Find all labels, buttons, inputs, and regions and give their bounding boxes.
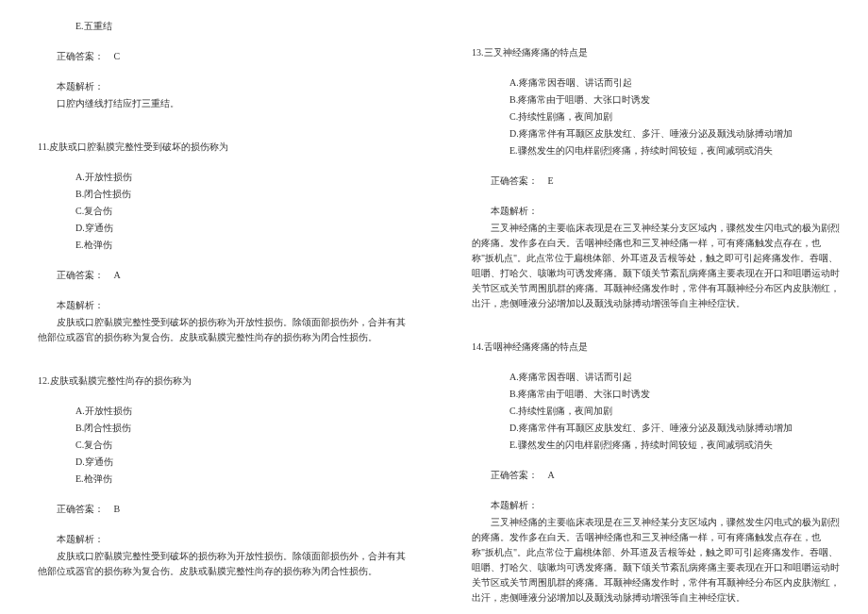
q12-option-c: C.复合伤 — [38, 438, 406, 453]
q14-option-c: C.持续性剧痛，夜间加剧 — [472, 404, 840, 419]
q10-option-e: E.五重结 — [38, 19, 406, 34]
answer-label: 正确答案： — [57, 270, 104, 280]
q14-title: 14.舌咽神经痛疼痛的特点是 — [472, 340, 840, 355]
answer-value: E — [548, 175, 554, 186]
q13-option-e: E.骤然发生的闪电样剧烈疼痛，持续时间较短，夜间减弱或消失 — [472, 143, 840, 158]
q14-explain-label: 本题解析： — [472, 498, 840, 513]
q14-option-d: D.疼痛常伴有耳颞区皮肤发红、多汗、唾液分泌及颞浅动脉搏动增加 — [472, 421, 840, 436]
q12-answer: 正确答案： B — [38, 502, 406, 517]
q11-title: 11.皮肤或口腔黏膜完整性受到破坏的损伤称为 — [38, 140, 406, 155]
q14-answer: 正确答案： A — [472, 468, 840, 483]
right-column: 13.三叉神经痛疼痛的特点是 A.疼痛常因吞咽、讲话而引起 B.疼痛常由于咀嚼、… — [434, 0, 868, 614]
left-column: E.五重结 正确答案： C 本题解析： 口腔内缝线打结应打三重结。 11.皮肤或… — [0, 0, 434, 614]
q13-answer: 正确答案： E — [472, 174, 840, 189]
q12-option-d: D.穿通伤 — [38, 455, 406, 470]
answer-label: 正确答案： — [491, 175, 538, 186]
q13-option-a: A.疼痛常因吞咽、讲话而引起 — [472, 75, 840, 91]
q11-option-e: E.枪弹伤 — [38, 238, 406, 253]
q12-option-a: A.开放性损伤 — [38, 404, 406, 419]
answer-value: A — [548, 470, 555, 480]
q14-option-e: E.骤然发生的闪电样剧烈疼痛，持续时间较短，夜间减弱或消失 — [472, 438, 840, 453]
q14-option-b: B.疼痛常由于咀嚼、大张口时诱发 — [472, 387, 840, 402]
q10-explain: 口腔内缝线打结应打三重结。 — [38, 96, 406, 111]
q13-explain: 三叉神经痛的主要临床表现是在三叉神经某分支区域内，骤然发生闪电式的极为剧烈的疼痛… — [472, 221, 840, 311]
q13-option-d: D.疼痛常伴有耳颞区皮肤发红、多汗、唾液分泌及颞浅动脉搏动增加 — [472, 126, 840, 141]
q10-answer: 正确答案： C — [38, 49, 406, 64]
q11-explain-label: 本题解析： — [38, 298, 406, 313]
answer-value: B — [114, 504, 121, 514]
q11-answer: 正确答案： A — [38, 268, 406, 283]
q13-title: 13.三叉神经痛疼痛的特点是 — [472, 45, 840, 60]
answer-value: A — [114, 270, 121, 280]
document-page: E.五重结 正确答案： C 本题解析： 口腔内缝线打结应打三重结。 11.皮肤或… — [0, 0, 868, 614]
q11-option-d: D.穿通伤 — [38, 221, 406, 236]
q12-explain: 皮肤或口腔黏膜完整性受到破坏的损伤称为开放性损伤。除颌面部损伤外，合并有其他部位… — [38, 549, 406, 579]
q12-option-e: E.枪弹伤 — [38, 472, 406, 487]
q11-explain: 皮肤或口腔黏膜完整性受到破坏的损伤称为开放性损伤。除颌面部损伤外，合并有其他部位… — [38, 315, 406, 345]
q12-title: 12.皮肤或黏膜完整性尚存的损伤称为 — [38, 373, 406, 389]
q10-explain-label: 本题解析： — [38, 79, 406, 94]
answer-value: C — [114, 51, 121, 61]
q14-explain: 三叉神经痛的主要临床表现是在三叉神经某分支区域内，骤然发生闪电式的极为剧烈的疼痛… — [472, 515, 840, 606]
q12-explain-label: 本题解析： — [38, 532, 406, 547]
q11-option-a: A.开放性损伤 — [38, 170, 406, 185]
answer-label: 正确答案： — [57, 504, 104, 514]
answer-label: 正确答案： — [491, 470, 538, 480]
q13-option-c: C.持续性剧痛，夜间加剧 — [472, 109, 840, 124]
q12-option-b: B.闭合性损伤 — [38, 421, 406, 436]
q13-option-b: B.疼痛常由于咀嚼、大张口时诱发 — [472, 92, 840, 108]
answer-label: 正确答案： — [57, 51, 104, 61]
q11-option-c: C.复合伤 — [38, 204, 406, 219]
q13-explain-label: 本题解析： — [472, 204, 840, 219]
q11-option-b: B.闭合性损伤 — [38, 187, 406, 202]
q14-option-a: A.疼痛常因吞咽、讲话而引起 — [472, 370, 840, 385]
